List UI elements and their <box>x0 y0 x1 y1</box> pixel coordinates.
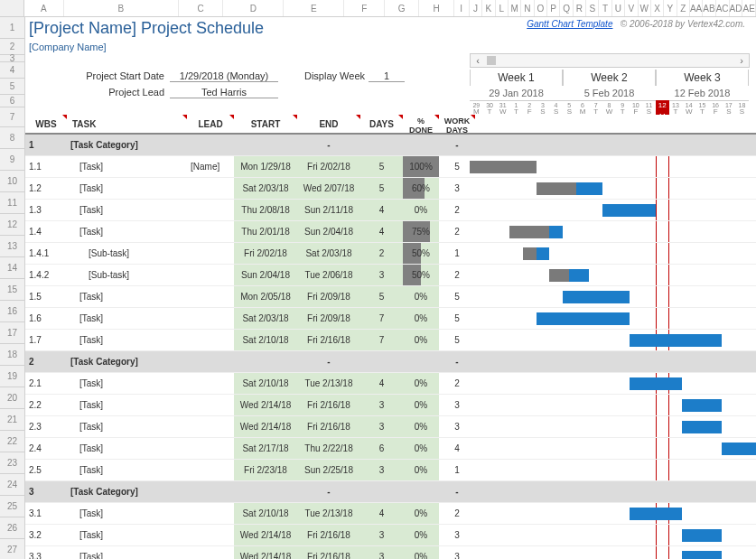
col-header-S[interactable]: S <box>586 0 599 16</box>
row-header-15[interactable]: 15 <box>0 279 25 301</box>
task-row[interactable]: 3.3[Task]Wed 2/14/18Fri 2/16/1830%3 <box>25 546 756 559</box>
start-date-value[interactable]: 1/29/2018 (Monday) <box>170 70 278 82</box>
cell[interactable]: [Task] <box>67 503 187 524</box>
cell[interactable]: 0% <box>403 546 439 559</box>
category-row[interactable]: 3[Task Category]-- <box>25 481 756 503</box>
cell[interactable]: [Task] <box>67 416 187 437</box>
cell[interactable]: 60% <box>403 178 439 199</box>
cell[interactable]: 1 <box>25 135 67 155</box>
table-header-done[interactable]: %DONE <box>403 115 439 133</box>
cell[interactable]: [Task] <box>67 438 187 459</box>
cell[interactable] <box>187 525 234 545</box>
cell[interactable]: - <box>297 481 360 502</box>
cell[interactable]: [Task] <box>67 373 187 394</box>
row-header-14[interactable]: 14 <box>0 257 25 279</box>
cell[interactable] <box>187 416 234 437</box>
cell[interactable]: 2.5 <box>25 460 67 480</box>
task-row[interactable]: 1.2[Task]Sat 2/03/18Wed 2/07/18560%3 <box>25 178 756 200</box>
cell[interactable] <box>360 351 403 372</box>
cell[interactable] <box>403 481 439 502</box>
cell[interactable]: 1.2 <box>25 178 67 199</box>
cell[interactable]: 2.3 <box>25 416 67 437</box>
cell[interactable]: 50% <box>403 243 439 264</box>
row-header-3[interactable]: 3 <box>0 55 25 62</box>
col-header-M[interactable]: M <box>509 0 521 16</box>
scroll-left-icon[interactable]: ‹ <box>471 54 485 67</box>
row-header-20[interactable]: 20 <box>0 387 25 409</box>
col-header-I[interactable]: I <box>454 0 470 16</box>
cell[interactable]: 100% <box>403 156 439 177</box>
cell[interactable] <box>187 330 234 350</box>
cell[interactable]: 50% <box>403 265 439 285</box>
cell[interactable]: Sat 2/10/18 <box>234 503 297 524</box>
cell[interactable]: Thu 2/22/18 <box>297 438 360 459</box>
cell[interactable] <box>234 351 297 372</box>
cell[interactable] <box>187 546 234 559</box>
table-header-start[interactable]: START <box>234 115 297 133</box>
row-header-5[interactable]: 5 <box>0 79 25 95</box>
cell[interactable] <box>187 460 234 480</box>
cell[interactable]: Sat 2/03/18 <box>234 178 297 199</box>
row-header-18[interactable]: 18 <box>0 344 25 366</box>
cell[interactable]: 5 <box>360 178 403 199</box>
col-header-A[interactable]: A <box>24 0 64 16</box>
col-header-C[interactable]: C <box>179 0 224 16</box>
cell[interactable]: Fri 2/16/18 <box>297 416 360 437</box>
cell[interactable] <box>187 351 234 372</box>
cell[interactable]: 3.3 <box>25 546 67 559</box>
cell[interactable] <box>187 200 234 220</box>
cell[interactable]: 3.2 <box>25 525 67 545</box>
table-header-days[interactable]: DAYS <box>360 115 403 133</box>
cell[interactable]: Sat 2/03/18 <box>297 243 360 264</box>
cell[interactable]: [Task] <box>67 200 187 220</box>
table-header-lead[interactable]: LEAD <box>187 115 234 133</box>
cell[interactable]: 0% <box>403 525 439 545</box>
cell[interactable] <box>187 438 234 459</box>
company-name[interactable]: [Company Name] <box>25 42 107 52</box>
cell[interactable]: 1.7 <box>25 330 67 350</box>
task-row[interactable]: 1.1[Task][Name]Mon 1/29/18Fri 2/02/18510… <box>25 156 756 178</box>
cell[interactable]: Tue 2/13/18 <box>297 373 360 394</box>
task-row[interactable]: 1.5[Task]Mon 2/05/18Fri 2/09/1850%5 <box>25 286 756 308</box>
cell[interactable]: 0% <box>403 503 439 524</box>
table-header-workdays[interactable]: WORKDAYS <box>439 115 475 133</box>
row-header-12[interactable]: 12 <box>0 214 25 236</box>
col-header-AB[interactable]: AB <box>703 0 715 16</box>
cell[interactable]: [Task] <box>67 525 187 545</box>
row-header-9[interactable]: 9 <box>0 149 25 171</box>
col-header-Z[interactable]: Z <box>677 0 690 16</box>
col-header-K[interactable]: K <box>482 0 495 16</box>
table-header-end[interactable]: END <box>297 115 360 133</box>
cell[interactable] <box>234 481 297 502</box>
cell[interactable]: Fri 2/16/18 <box>297 525 360 545</box>
cell[interactable]: Wed 2/14/18 <box>234 546 297 559</box>
cell[interactable] <box>187 221 234 242</box>
cell[interactable]: 3 <box>360 395 403 415</box>
row-header-8[interactable]: 8 <box>0 127 25 149</box>
task-row[interactable]: 2.4[Task]Sat 2/17/18Thu 2/22/1860%4 <box>25 438 756 460</box>
cell[interactable] <box>187 503 234 524</box>
cell[interactable]: Sat 2/03/18 <box>234 308 297 329</box>
row-header-23[interactable]: 23 <box>0 452 25 474</box>
row-header-17[interactable]: 17 <box>0 322 25 344</box>
cell[interactable]: 0% <box>403 330 439 350</box>
cell[interactable]: 1.1 <box>25 156 67 177</box>
col-header-AC[interactable]: AC <box>716 0 730 16</box>
cell[interactable] <box>360 135 403 155</box>
cell[interactable]: 1.5 <box>25 286 67 307</box>
cell[interactable]: 0% <box>403 200 439 220</box>
cell[interactable]: 75% <box>403 221 439 242</box>
col-header-T[interactable]: T <box>599 0 611 16</box>
project-title[interactable]: [Project Name] Project Schedule <box>25 19 264 38</box>
cell[interactable]: [Task] <box>67 221 187 242</box>
col-header-O[interactable]: O <box>535 0 547 16</box>
cell[interactable] <box>187 243 234 264</box>
task-row[interactable]: 1.6[Task]Sat 2/03/18Fri 2/09/1870%5 <box>25 308 756 330</box>
cell[interactable]: 3 <box>360 525 403 545</box>
cell[interactable]: Wed 2/14/18 <box>234 525 297 545</box>
task-row[interactable]: 2.5[Task]Fri 2/23/18Sun 2/25/1830%1 <box>25 460 756 481</box>
col-header-G[interactable]: G <box>385 0 419 16</box>
row-header-13[interactable]: 13 <box>0 236 25 257</box>
cell[interactable]: 5 <box>360 156 403 177</box>
cell[interactable]: 7 <box>360 330 403 350</box>
